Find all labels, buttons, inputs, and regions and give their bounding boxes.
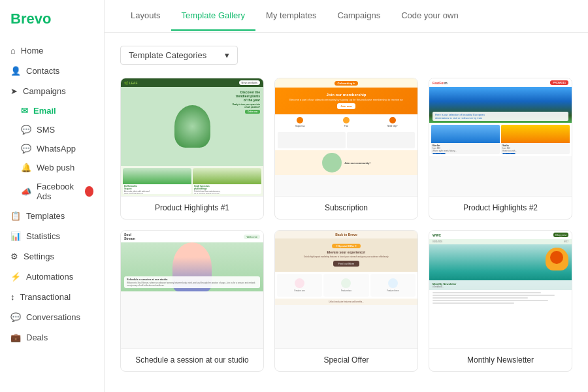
- template-card-special-offer[interactable]: Back to Brevo ✦ Special Offer ✦ Elevate …: [274, 230, 418, 372]
- template-preview-product-highlights-2: FastForm PROMO15 Here is our selection o…: [429, 78, 572, 196]
- facebook-ads-icon: 📣: [21, 187, 31, 197]
- tab-my-templates[interactable]: My templates: [255, 1, 327, 31]
- template-card-schedule-session[interactable]: SoulStream Welcome Schedule a session at…: [120, 230, 264, 372]
- template-label-product-highlights-2: Product Highlights #2: [429, 196, 572, 219]
- sidebar-item-label: Transactional: [20, 292, 71, 302]
- sidebar-item-settings[interactable]: ⚙ Settings: [0, 246, 104, 267]
- sidebar-item-label: Automations: [26, 272, 73, 282]
- conversations-icon: 💬: [10, 312, 21, 322]
- main-content: Layouts Template Gallery My templates Ca…: [105, 0, 588, 392]
- sidebar-item-label: Facebook Ads: [37, 182, 78, 201]
- contacts-icon: 👤: [10, 66, 21, 76]
- statistics-icon: 📊: [10, 231, 21, 241]
- sidebar-item-transactional[interactable]: ↕ Transactional: [0, 287, 104, 307]
- category-select-label: Template Categories: [129, 50, 206, 60]
- sidebar-item-label: Campaigns: [23, 86, 66, 96]
- sidebar-item-contacts[interactable]: 👤 Contacts: [0, 61, 104, 81]
- sidebar-item-label: Conversations: [26, 312, 80, 322]
- template-card-product-highlights-2[interactable]: FastForm PROMO15 Here is our selection o…: [429, 78, 572, 220]
- sms-icon: 💬: [21, 125, 31, 135]
- sidebar-item-label: WhatsApp: [37, 144, 76, 154]
- tab-layouts[interactable]: Layouts: [120, 1, 171, 31]
- template-label-monthly-newsletter: Monthly Newsletter: [429, 348, 572, 371]
- template-card-product-highlights-1[interactable]: 🌿 LEAF New products Discover thetrendies…: [120, 78, 264, 220]
- template-preview-product-highlights-1: 🌿 LEAF New products Discover thetrendies…: [121, 78, 263, 196]
- sidebar-item-label: Web push: [37, 163, 74, 172]
- category-select-dropdown[interactable]: Template Categories ▾: [120, 46, 238, 65]
- web-push-icon: 🔔: [21, 163, 31, 172]
- sidebar-item-label: Contacts: [26, 66, 59, 76]
- sidebar-item-label: Home: [21, 46, 44, 56]
- template-preview-special-offer: Back to Brevo ✦ Special Offer ✦ Elevate …: [275, 231, 417, 348]
- template-preview-schedule-session: SoulStream Welcome Schedule a session at…: [121, 231, 263, 348]
- deals-icon: 💼: [10, 333, 21, 342]
- settings-icon: ⚙: [10, 252, 18, 261]
- sidebar-item-templates[interactable]: 📋 Templates: [0, 206, 104, 226]
- template-card-monthly-newsletter[interactable]: WWC Blog post 01/01/2001 N°17: [429, 230, 572, 372]
- template-label-schedule-session: Schedule a session at our studio: [121, 348, 263, 371]
- tab-bar: Layouts Template Gallery My templates Ca…: [105, 0, 588, 33]
- category-filter: Template Categories ▾: [120, 46, 572, 65]
- whatsapp-icon: 💬: [21, 144, 31, 154]
- automations-icon: ⚡: [10, 272, 21, 282]
- sidebar-item-campaigns[interactable]: ➤ Campaigns: [0, 81, 104, 101]
- sidebar-item-label: Email: [33, 106, 56, 116]
- template-preview-monthly-newsletter: WWC Blog post 01/01/2001 N°17: [429, 231, 572, 348]
- sidebar: Brevo ⌂ Home 👤 Contacts ➤ Campaigns ✉ Em…: [0, 0, 105, 392]
- sidebar-item-label: Settings: [24, 252, 54, 261]
- sidebar-item-email[interactable]: ✉ Email: [0, 101, 104, 120]
- sidebar-item-whatsapp[interactable]: 💬 WhatsApp: [0, 139, 104, 158]
- app-logo: Brevo: [0, 10, 104, 41]
- template-card-subscription[interactable]: Onboarding ✦ Join our membership Become …: [274, 78, 418, 220]
- tab-code-your-own[interactable]: Code your own: [391, 1, 468, 31]
- tab-template-gallery[interactable]: Template Gallery: [171, 1, 256, 31]
- sidebar-item-statistics[interactable]: 📊 Statistics: [0, 226, 104, 246]
- sidebar-item-automations[interactable]: ⚡ Automations: [0, 267, 104, 287]
- sidebar-item-facebook-ads[interactable]: 📣 Facebook Ads: [0, 177, 104, 206]
- template-label-product-highlights-1: Product Highlights #1: [121, 196, 263, 219]
- sidebar-item-label: Deals: [26, 333, 48, 342]
- logo-text: Brevo: [10, 10, 51, 27]
- template-preview-subscription: Onboarding ✦ Join our membership Become …: [275, 78, 417, 196]
- sidebar-item-sms[interactable]: 💬 SMS: [0, 120, 104, 139]
- sidebar-item-label: SMS: [37, 125, 55, 135]
- sidebar-item-web-push[interactable]: 🔔 Web push: [0, 158, 104, 177]
- sidebar-item-label: Templates: [26, 211, 65, 221]
- sidebar-item-label: Statistics: [26, 231, 60, 241]
- facebook-ads-badge: [85, 186, 93, 197]
- templates-icon: 📋: [10, 211, 21, 221]
- content-area: Template Categories ▾ 🌿 LEAF New product…: [105, 33, 588, 392]
- template-grid: 🌿 LEAF New products Discover thetrendies…: [120, 78, 572, 372]
- sidebar-item-conversations[interactable]: 💬 Conversations: [0, 307, 104, 327]
- template-label-special-offer: Special Offer: [275, 348, 417, 371]
- template-label-subscription: Subscription: [275, 196, 417, 219]
- email-icon: ✉: [21, 106, 28, 116]
- send-icon: ➤: [10, 86, 18, 96]
- sidebar-item-deals[interactable]: 💼 Deals: [0, 327, 104, 348]
- sidebar-item-home[interactable]: ⌂ Home: [0, 41, 104, 61]
- transactional-icon: ↕: [10, 292, 15, 302]
- chevron-down-icon: ▾: [225, 50, 229, 60]
- home-icon: ⌂: [10, 46, 16, 56]
- tab-campaigns[interactable]: Campaigns: [327, 1, 391, 31]
